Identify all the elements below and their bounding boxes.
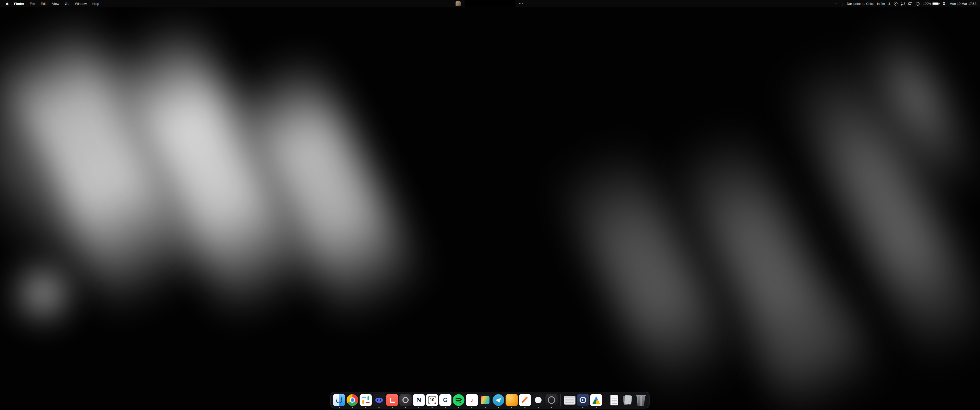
goodnotes-dock-icon[interactable]: G (439, 394, 452, 406)
menu-edit[interactable]: Edit (38, 0, 49, 7)
running-indicator (365, 407, 366, 408)
running-indicator (458, 407, 459, 408)
chatgpt-dock-icon[interactable] (399, 394, 412, 406)
menu-help[interactable]: Help (89, 0, 102, 7)
apple-menu[interactable] (3, 2, 11, 6)
battery-fill (933, 3, 938, 5)
running-indicator (418, 407, 419, 408)
running-indicator (596, 407, 597, 408)
raycast-dock-icon[interactable] (386, 394, 398, 406)
photos-dock-icon[interactable] (479, 394, 491, 406)
telegram-dock-icon[interactable] (492, 394, 504, 406)
running-indicator (392, 407, 393, 408)
battery-icon[interactable] (932, 2, 939, 5)
running-indicator (339, 407, 340, 408)
orange-app-dock-icon[interactable] (506, 394, 518, 406)
google-drive-dock-icon[interactable] (590, 394, 602, 406)
trash-dock-icon[interactable] (635, 394, 647, 406)
apple-icon (5, 2, 9, 6)
menubar-center-more-icon[interactable]: ⋯ (519, 0, 523, 7)
running-indicator (582, 407, 584, 408)
menubar-separator: | (842, 2, 843, 6)
spotify-waves-icon (453, 394, 465, 406)
menu-window[interactable]: Window (72, 0, 89, 7)
github-dock-icon[interactable] (532, 394, 544, 406)
running-indicator (471, 407, 473, 408)
running-indicator (445, 407, 446, 408)
running-indicator (498, 407, 499, 408)
discord-dock-icon[interactable] (373, 394, 385, 406)
running-indicator (352, 407, 353, 408)
menu-view[interactable]: View (49, 0, 62, 7)
next-event-menu-item[interactable]: Dar jantar do Chico - in 2m (847, 2, 885, 6)
music-note-icon: ♪ (470, 396, 474, 404)
downloads-dock-icon[interactable] (621, 394, 634, 406)
running-indicator (405, 407, 406, 408)
notion-calendar-dock-icon[interactable]: 10 (426, 394, 438, 406)
dock: N 10 G ♪ (330, 392, 650, 408)
running-indicator (431, 407, 433, 408)
slack-dock-icon[interactable] (360, 394, 372, 406)
onepassword-dock-icon[interactable] (577, 394, 589, 406)
document-dock-icon[interactable] (608, 394, 620, 406)
menubar-avatar-icon[interactable] (455, 1, 461, 6)
lens-app-dock-icon[interactable] (546, 394, 558, 406)
running-indicator (379, 407, 380, 408)
user-menu-icon[interactable] (942, 2, 946, 5)
gear-menu-icon[interactable] (894, 2, 897, 5)
wallpaper-streak (5, 255, 82, 332)
battery-percent-label[interactable]: 100% (923, 2, 931, 6)
finder-dock-icon[interactable] (333, 394, 345, 406)
g-letter: G (443, 397, 448, 404)
menu-bar-right: ••• | Dar jantar do Chico - in 2m $ 100%… (835, 0, 980, 7)
running-indicator (485, 407, 486, 408)
app-menu-finder[interactable]: Finder (11, 0, 27, 7)
notion-dock-icon[interactable]: N (413, 394, 425, 406)
running-indicator (538, 407, 539, 408)
chrome-dock-icon[interactable] (346, 394, 359, 406)
running-indicator (525, 407, 525, 408)
running-indicator (511, 407, 512, 408)
calendar-day-number: 10 (428, 396, 436, 404)
menu-file[interactable]: File (27, 0, 38, 7)
music-dock-icon[interactable]: ♪ (466, 394, 478, 406)
menu-go[interactable]: Go (62, 0, 72, 7)
menu-bar-left: Finder File Edit View Go Window Help (0, 0, 102, 7)
desktop-wallpaper (0, 0, 980, 410)
dock-separator (560, 394, 561, 406)
pencil-app-dock-icon[interactable] (519, 394, 531, 406)
camera-notch (465, 0, 515, 7)
running-indicator (551, 407, 552, 408)
chat-bubble-menu-icon[interactable] (901, 2, 905, 5)
minimized-window-dock-icon[interactable] (563, 394, 576, 406)
dollar-menu-icon[interactable]: $ (889, 2, 891, 6)
menubar-clock[interactable]: Mon 10 Mar 17:58 (950, 2, 977, 6)
spotify-dock-icon[interactable] (452, 394, 465, 406)
notion-letter: N (416, 396, 422, 404)
menubar-overflow-icon[interactable]: ••• (835, 2, 839, 5)
keyboard-menu-icon[interactable] (908, 2, 912, 5)
globe-menu-icon[interactable] (916, 2, 920, 6)
